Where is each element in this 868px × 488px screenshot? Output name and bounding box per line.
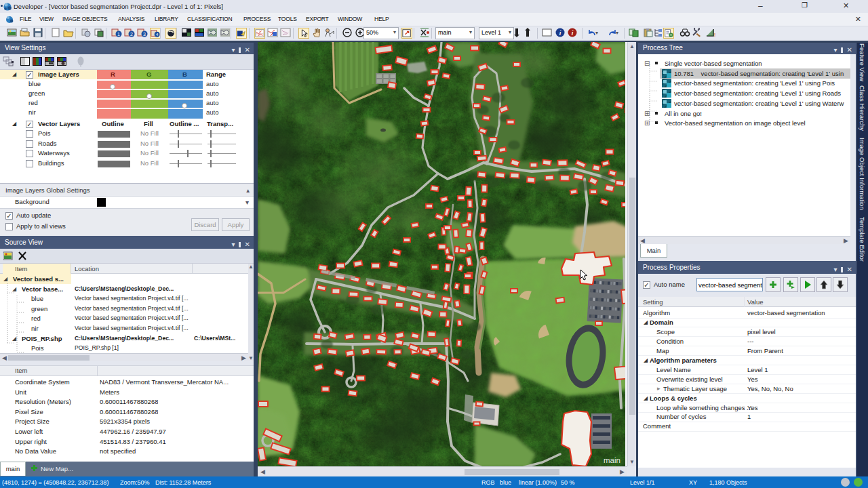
- svg-text:4: 4: [156, 32, 159, 37]
- svg-text:!: !: [714, 32, 715, 37]
- svg-text:3: 3: [143, 32, 146, 37]
- svg-text:2: 2: [130, 32, 133, 37]
- svg-text:main: main: [604, 456, 620, 464]
- svg-text:1: 1: [117, 32, 120, 37]
